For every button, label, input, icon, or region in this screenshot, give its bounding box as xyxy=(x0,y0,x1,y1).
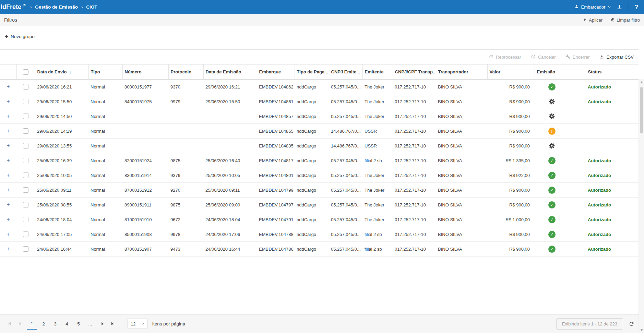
new-group-button[interactable]: + Novo grupo xyxy=(5,34,35,39)
column-header-cnpj_transportador[interactable]: CNPJ/CPF Transp... xyxy=(393,64,436,80)
reprocess-button[interactable]: Reprocessar xyxy=(489,54,521,60)
column-header-emitente[interactable]: Emitente xyxy=(362,64,393,80)
scroll-up-arrow-icon[interactable] xyxy=(639,80,644,85)
refresh-grid-button[interactable] xyxy=(629,321,634,327)
cell-emitente: The Joker xyxy=(362,168,393,183)
clear-filter-button[interactable]: Limpar filtro xyxy=(610,17,640,23)
cell-pagamento: nddCargo xyxy=(295,139,329,153)
export-csv-button[interactable]: Exportar CSV xyxy=(599,54,634,60)
cell-transportador: BINO SILVA xyxy=(436,168,487,183)
column-header-embarque[interactable]: Embarque xyxy=(257,64,295,80)
row-checkbox[interactable] xyxy=(23,217,28,222)
table-row[interactable]: +25/06/2020 08:55Normal89000151911987525… xyxy=(0,198,639,212)
page-more-button[interactable]: ... xyxy=(85,318,95,330)
scroll-down-arrow-icon[interactable] xyxy=(639,327,644,332)
table-row[interactable]: +29/06/2020 14:19NormalEMBDEV.104855nddC… xyxy=(0,124,639,139)
row-checkbox[interactable] xyxy=(23,173,28,178)
row-expand-button[interactable]: + xyxy=(7,202,10,207)
column-header-tipo[interactable]: Tipo xyxy=(88,64,122,80)
status-cell: Autorizado xyxy=(586,94,639,109)
page-button-1[interactable]: 1 xyxy=(27,318,37,330)
download-button[interactable] xyxy=(617,4,622,10)
table-row[interactable]: +25/06/2020 16:39Normal82000151924987525… xyxy=(0,153,639,168)
column-header-cnpj_emitente[interactable]: CNPJ Emite... xyxy=(329,64,362,80)
cell-cnpj_emitente: 14.486.767/0... xyxy=(329,124,362,139)
row-expand-button[interactable]: + xyxy=(7,128,10,134)
row-expand-button[interactable]: + xyxy=(7,246,10,252)
column-header-numero[interactable]: Número xyxy=(122,64,168,80)
row-expand-button[interactable]: + xyxy=(7,231,10,237)
table-row[interactable]: +24/06/2020 18:04Normal81000151910967224… xyxy=(0,212,639,227)
column-header-valor[interactable]: Valor xyxy=(487,64,535,80)
page-size-select[interactable]: 12 xyxy=(128,319,147,329)
column-header-emissao[interactable]: Data de Emissão xyxy=(203,64,257,80)
row-checkbox[interactable] xyxy=(23,158,28,163)
vertical-scrollbar[interactable] xyxy=(639,79,644,333)
row-expand-button[interactable]: + xyxy=(7,216,10,222)
row-expand-button[interactable]: + xyxy=(7,172,10,178)
column-header-pagamento[interactable]: Tipo de Paga... xyxy=(295,64,329,80)
cancel-button[interactable]: Cancelar xyxy=(531,54,556,60)
status-cell xyxy=(586,109,639,124)
column-header-transportador[interactable]: Transportador xyxy=(436,64,487,80)
cell-numero: 85000151908 xyxy=(122,227,168,242)
table-row[interactable]: +24/06/2020 16:44Normal87000151907947324… xyxy=(0,242,639,257)
column-header-protocolo[interactable]: Protocolo xyxy=(168,64,203,80)
row-checkbox[interactable] xyxy=(23,202,28,207)
last-page-button[interactable] xyxy=(108,319,118,329)
user-role-menu[interactable]: Embarcador xyxy=(574,4,611,10)
row-checkbox[interactable] xyxy=(23,84,28,90)
row-expand-button[interactable]: + xyxy=(7,84,10,90)
app-logo[interactable]: ldFrete xyxy=(1,3,27,11)
table-row[interactable]: +29/06/2020 14:50NormalEMBDEV.104857nddC… xyxy=(0,109,639,124)
row-checkbox[interactable] xyxy=(23,99,28,104)
row-checkbox[interactable] xyxy=(23,128,28,134)
column-header-status[interactable]: Status xyxy=(586,64,639,80)
table-header-row: Data de Envio↓TipoNúmeroProtocoloData de… xyxy=(0,64,639,80)
row-expand-button[interactable]: + xyxy=(7,187,10,193)
close-ciot-button[interactable]: Encerrar xyxy=(565,54,590,60)
breadcrumb-item-gestao-de-emissao[interactable]: Gestão de Emissão xyxy=(35,4,78,10)
table-row[interactable]: +29/06/2020 13:55NormalEMBDEV.104835nddC… xyxy=(0,139,639,153)
row-expand-button[interactable]: + xyxy=(7,113,10,119)
expand-cell: + xyxy=(0,109,16,124)
cell-pagamento: nddCargo xyxy=(295,80,329,94)
first-page-button[interactable] xyxy=(4,319,14,329)
row-checkbox[interactable] xyxy=(23,143,28,148)
previous-page-button[interactable] xyxy=(14,319,25,329)
help-button[interactable]: ? xyxy=(634,3,639,11)
scrollbar-thumb[interactable] xyxy=(640,87,643,133)
apply-filter-button[interactable]: Aplicar xyxy=(583,17,603,23)
cell-emitente: The Joker xyxy=(362,183,393,198)
column-header-emissao_icone[interactable]: Emissão xyxy=(535,64,586,80)
page-button-3[interactable]: 3 xyxy=(50,318,60,330)
table-row[interactable]: +25/06/2020 10:05Normal83000151914937925… xyxy=(0,168,639,183)
row-checkbox[interactable] xyxy=(23,187,28,193)
row-checkbox[interactable] xyxy=(23,114,28,119)
cell-embarque: EMBDEV.104857 xyxy=(257,109,295,124)
page-button-5[interactable]: 5 xyxy=(73,318,84,330)
cell-emissao: 25/06/2020 10:05 xyxy=(203,168,257,183)
cell-transportador: BINO SILVA xyxy=(436,109,487,124)
cell-envio: 24/06/2020 17:05 xyxy=(35,227,88,242)
row-checkbox[interactable] xyxy=(23,246,28,252)
cell-tipo: Normal xyxy=(88,94,122,109)
table-row[interactable]: +29/06/2020 16:21Normal80000151977937029… xyxy=(0,80,639,94)
cell-embarque: EMBDEV.104817 xyxy=(257,153,295,168)
row-expand-button[interactable]: + xyxy=(7,98,10,104)
cell-tipo: Normal xyxy=(88,80,122,94)
table-row[interactable]: +24/06/2020 17:05Normal85000151908997824… xyxy=(0,227,639,242)
column-header-envio[interactable]: Data de Envio↓ xyxy=(35,64,88,80)
table-row[interactable]: +29/06/2020 15:50Normal84000151975997929… xyxy=(0,94,639,109)
row-checkbox[interactable] xyxy=(23,231,28,237)
page-button-4[interactable]: 4 xyxy=(62,318,72,330)
table-row[interactable]: +25/06/2020 09:11Normal87000151912927025… xyxy=(0,183,639,198)
cell-pagamento: nddCargo xyxy=(295,124,329,139)
breadcrumb-item-ciot[interactable]: CIOT xyxy=(86,4,97,10)
page-button-2[interactable]: 2 xyxy=(38,318,49,330)
select-all-checkbox[interactable] xyxy=(23,69,28,75)
next-page-button[interactable] xyxy=(97,319,108,329)
row-expand-button[interactable]: + xyxy=(7,157,10,163)
row-expand-button[interactable]: + xyxy=(7,143,10,148)
emission-cell: ✓ xyxy=(535,168,586,183)
